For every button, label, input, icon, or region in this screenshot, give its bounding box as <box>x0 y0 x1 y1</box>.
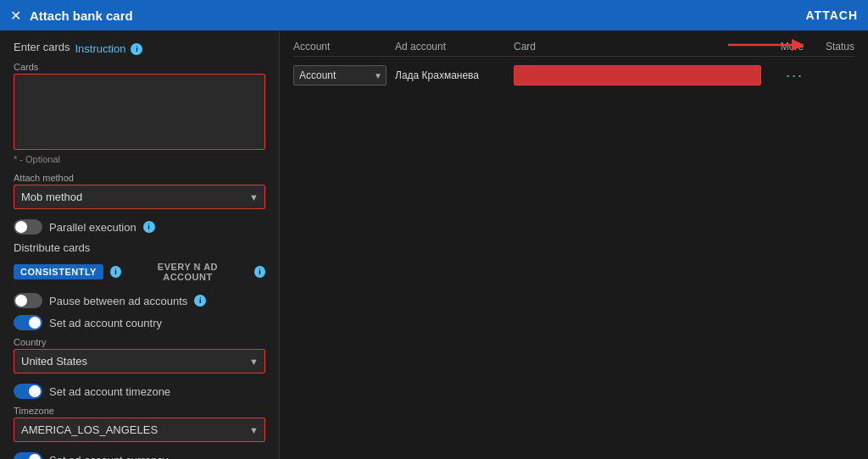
main-content: Enter cards Instruction i Cards * - Opti… <box>0 30 868 459</box>
set-country-toggle[interactable] <box>14 315 42 330</box>
consistently-info-icon[interactable]: i <box>110 266 121 278</box>
set-country-row: Set ad account country <box>14 315 265 330</box>
col-header-card: Card <box>514 41 761 53</box>
close-icon[interactable]: ✕ <box>10 8 21 24</box>
toggle-knob-3 <box>29 317 41 329</box>
parallel-execution-toggle[interactable] <box>14 219 42 235</box>
tab-every-n[interactable]: EVERY N AD ACCOUNT <box>128 259 248 285</box>
pause-between-info-icon[interactable]: i <box>194 295 206 307</box>
left-panel: Enter cards Instruction i Cards * - Opti… <box>0 30 280 459</box>
set-country-label: Set ad account country <box>49 317 162 329</box>
attach-method-group: Attach method Mob method API method ▼ <box>14 173 265 209</box>
set-currency-toggle[interactable] <box>14 452 42 459</box>
toggle-knob-2 <box>15 295 27 307</box>
ad-account-cell: Лада Крахманева <box>395 69 514 81</box>
cards-textarea[interactable] <box>14 74 265 150</box>
set-timezone-label: Set ad account timezone <box>49 385 170 398</box>
parallel-execution-label: Parallel execution <box>49 221 136 234</box>
toggle-knob-5 <box>29 454 41 459</box>
country-select[interactable]: United States United Kingdom Germany <box>14 349 265 373</box>
more-cell: ··· <box>761 67 804 85</box>
distribute-cards-label: Distribute cards <box>14 241 265 254</box>
attach-method-select[interactable]: Mob method API method <box>14 185 265 209</box>
country-group: Country United States United Kingdom Ger… <box>14 337 265 373</box>
timezone-select-wrapper: AMERICA_LOS_ANGELES AMERICA_NEW_YORK EUR… <box>14 418 265 442</box>
tab-consistently[interactable]: CONSISTENTLY <box>14 264 103 279</box>
attach-method-select-wrapper: Mob method API method ▼ <box>14 185 265 209</box>
distribute-tab-group: CONSISTENTLY i EVERY N AD ACCOUNT i <box>14 259 265 285</box>
account-select-wrapper: Account ▼ <box>293 65 387 86</box>
pause-between-row: Pause between ad accounts i <box>14 293 265 308</box>
dialog-title: Attach bank card <box>30 8 133 23</box>
more-dots-button[interactable]: ··· <box>786 67 804 84</box>
toggle-knob-4 <box>29 385 41 397</box>
toggle-knob <box>15 221 27 233</box>
table-header: Account Ad account Card More Status <box>293 37 854 57</box>
every-n-info-icon[interactable]: i <box>254 266 265 278</box>
col-header-more: More <box>761 41 804 53</box>
instruction-link[interactable]: Instruction <box>75 42 125 55</box>
timezone-select[interactable]: AMERICA_LOS_ANGELES AMERICA_NEW_YORK EUR… <box>14 418 265 442</box>
col-header-ad-account: Ad account <box>395 41 514 53</box>
enter-cards-row: Enter cards Instruction i <box>14 41 265 57</box>
instruction-info-icon[interactable]: i <box>131 43 142 55</box>
attach-button[interactable]: ATTACH <box>806 8 858 22</box>
country-label: Country <box>14 337 265 347</box>
cards-label: Cards <box>14 62 265 72</box>
right-panel: Account Ad account Card More Status Acco… <box>280 30 868 459</box>
timezone-label: Timezone <box>14 406 265 416</box>
set-currency-label: Set ad account currency <box>49 454 168 460</box>
col-header-status: Status <box>804 41 854 53</box>
parallel-execution-row: Parallel execution i <box>14 219 265 235</box>
attach-method-label: Attach method <box>14 173 265 183</box>
country-select-wrapper: United States United Kingdom Germany ▼ <box>14 349 265 373</box>
parallel-execution-info-icon[interactable]: i <box>143 221 155 233</box>
optional-note: * - Optional <box>14 154 265 164</box>
card-cell <box>514 65 761 86</box>
dialog-header: ✕ Attach bank card ATTACH <box>0 0 868 30</box>
set-currency-row: Set ad account currency <box>14 452 265 459</box>
account-row-select[interactable]: Account <box>293 65 387 86</box>
set-timezone-row: Set ad account timezone <box>14 384 265 399</box>
pause-between-toggle[interactable] <box>14 293 42 308</box>
table-row: Account ▼ Лада Крахманева ··· <box>293 60 854 91</box>
pause-between-label: Pause between ad accounts <box>49 295 187 307</box>
col-header-account: Account <box>293 41 395 53</box>
enter-cards-label: Enter cards <box>14 41 70 53</box>
timezone-group: Timezone AMERICA_LOS_ANGELES AMERICA_NEW… <box>14 406 265 442</box>
card-input[interactable] <box>514 65 761 86</box>
set-timezone-toggle[interactable] <box>14 384 42 399</box>
